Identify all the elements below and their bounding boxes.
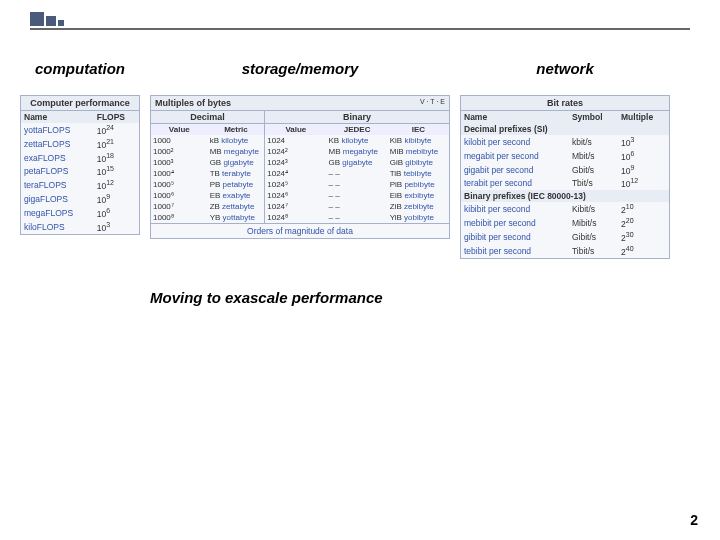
table-row: 1024³GB gigabyteGiB gibibyte	[265, 157, 449, 168]
table-row: 1000³GB gigabyte	[151, 157, 264, 168]
table-row: megaFLOPS106	[21, 206, 139, 220]
table-row: 1024⁵– –PiB pebibyte	[265, 179, 449, 190]
table-row: 1024⁶– –EiB exbibyte	[265, 190, 449, 201]
table-row: exaFLOPS1018	[21, 151, 139, 165]
bytes-title: Multiples of bytes	[155, 98, 231, 108]
col-storage: storage/memory Multiples of bytes V · T …	[150, 60, 450, 259]
table-bit-rates: Bit rates NameSymbolMultiple Decimal pre…	[460, 95, 670, 259]
table-row: zettaFLOPS1021	[21, 137, 139, 151]
table-row: 1024⁸– –YiB yobibyte	[265, 212, 449, 223]
rates-bin-head: Binary prefixes (IEC 80000-13)	[461, 190, 669, 202]
table-row: 1000⁶EB exabyte	[151, 190, 264, 201]
table-row: 1000⁷ZB zettabyte	[151, 201, 264, 212]
table-row: 1024⁷– –ZiB zebibyte	[265, 201, 449, 212]
col-network: network Bit rates NameSymbolMultiple Dec…	[460, 60, 670, 259]
slide-caption: Moving to exascale performance	[150, 289, 720, 306]
table-row: petaFLOPS1015	[21, 164, 139, 178]
rates-dec-head: Decimal prefixes (SI)	[461, 123, 669, 135]
page-number: 2	[690, 512, 698, 528]
bytes-footer-link[interactable]: Orders of magnitude of data	[247, 226, 353, 236]
bytes-nav: V · T · E	[420, 98, 445, 108]
table-row: megabit per secondMbit/s106	[461, 149, 669, 163]
table-row: 1000²MB megabyte	[151, 146, 264, 157]
table-row: 1000⁵PB petabyte	[151, 179, 264, 190]
table-row: teraFLOPS1012	[21, 178, 139, 192]
table-multiples-of-bytes: Multiples of bytes V · T · E Decimal Val…	[150, 95, 450, 239]
table-row: tebibit per secondTibit/s240	[461, 244, 669, 258]
table-row: 1000⁸YB yottabyte	[151, 212, 264, 223]
slide-header	[0, 0, 720, 40]
table-row: kiloFLOPS103	[21, 220, 139, 234]
table-row: terabit per secondTbit/s1012	[461, 176, 669, 190]
heading-network: network	[460, 60, 670, 77]
col-computation: computation Computer performance NameFLO…	[20, 60, 140, 259]
table-row: mebibit per secondMibit/s220	[461, 216, 669, 230]
table-computer-performance: Computer performance NameFLOPS yottaFLOP…	[20, 95, 140, 235]
heading-computation: computation	[20, 60, 140, 77]
perf-title: Computer performance	[21, 96, 139, 111]
table-row: yottaFLOPS1024	[21, 123, 139, 137]
decor-squares	[30, 8, 64, 26]
table-row: 1000kB kilobyte	[151, 135, 264, 146]
table-row: kilobit per secondkbit/s103	[461, 135, 669, 149]
heading-storage: storage/memory	[150, 60, 450, 77]
table-row: 1024⁴– –TiB tebibyte	[265, 168, 449, 179]
table-row: 1024KB kilobyteKiB kibibyte	[265, 135, 449, 146]
table-row: kibibit per secondKibit/s210	[461, 202, 669, 216]
table-row: 1000⁴TB terabyte	[151, 168, 264, 179]
table-row: gibibit per secondGibit/s230	[461, 230, 669, 244]
table-row: gigaFLOPS109	[21, 192, 139, 206]
table-row: gigabit per secondGbit/s109	[461, 163, 669, 177]
table-row: 1024²MB megabyteMiB mebibyte	[265, 146, 449, 157]
header-underline	[30, 28, 690, 30]
rates-title: Bit rates	[461, 96, 669, 111]
